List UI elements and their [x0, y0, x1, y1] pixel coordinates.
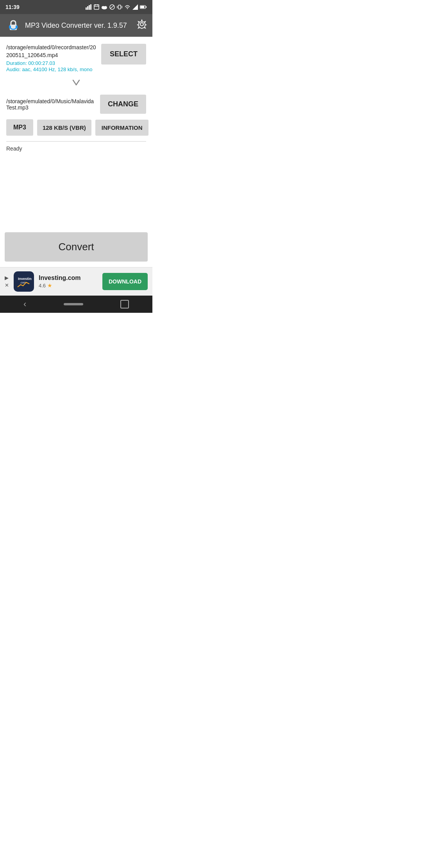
notification-icon [94, 4, 99, 10]
spacer [0, 152, 152, 227]
ad-rating: 4.6 ★ [39, 282, 98, 289]
vibrate-icon [117, 4, 122, 10]
format-button[interactable]: MP3 [6, 119, 33, 136]
bitrate-button[interactable]: 128 KB/S (VBR) [37, 120, 91, 136]
ad-app-name: Investing.com [39, 274, 98, 282]
source-file-audio: Audio: aac, 44100 Hz, 128 kb/s, mono [6, 66, 97, 72]
no-ads-icon [109, 4, 115, 10]
svg-rect-24 [16, 25, 18, 29]
ad-banner[interactable]: ▶ ✕ Investing .com Investing.com 4.6 ★ [0, 267, 152, 296]
nav-home-indicator[interactable] [64, 303, 83, 305]
svg-rect-20 [141, 6, 145, 8]
ad-play-icon: ▶ [5, 275, 9, 281]
convert-area: Convert [0, 227, 152, 267]
options-row: MP3 128 KB/S (VBR) INFORMATION [6, 119, 146, 136]
ad-close-icon[interactable]: ✕ [5, 282, 9, 288]
nav-bar: ‹ [0, 296, 152, 313]
ad-info: Investing.com 4.6 ★ [39, 274, 98, 289]
select-button[interactable]: SELECT [101, 44, 146, 65]
change-button[interactable]: CHANGE [100, 95, 146, 114]
ad-left-icons: ▶ ✕ [5, 275, 9, 288]
signal-bars-icon [86, 4, 92, 10]
svg-rect-1 [87, 6, 88, 10]
content-area: /storage/emulated/0/recordmaster/2020051… [0, 37, 152, 313]
ad-download-button[interactable]: DOWNLOAD [102, 273, 148, 290]
wifi-icon [124, 5, 131, 9]
svg-point-16 [127, 8, 128, 9]
arrow-container [6, 74, 146, 95]
source-file-row: /storage/emulated/0/recordmaster/2020051… [6, 44, 146, 72]
svg-point-25 [140, 23, 143, 26]
svg-rect-19 [146, 6, 147, 8]
output-file-row: /storage/emulated/0/Music/MalavidaTest.m… [6, 95, 146, 114]
arrow-down-icon [70, 77, 82, 91]
nav-back-button[interactable]: ‹ [23, 299, 26, 309]
svg-rect-4 [94, 5, 99, 9]
status-bar: 11:39 [0, 0, 152, 14]
cloud-icon [101, 5, 107, 9]
svg-rect-0 [86, 7, 87, 10]
svg-rect-13 [118, 5, 121, 9]
source-file-duration: Duration: 00:00:27.03 [6, 60, 97, 66]
svg-rect-3 [90, 4, 91, 10]
ad-rating-value: 4.6 [39, 283, 46, 289]
source-file-info: /storage/emulated/0/recordmaster/2020051… [6, 44, 101, 72]
app-title: MP3 Video Converter ver. 1.9.57 [25, 22, 127, 30]
battery-icon [140, 5, 147, 9]
svg-rect-23 [9, 25, 11, 29]
main-section: /storage/emulated/0/recordmaster/2020051… [0, 37, 152, 152]
svg-text:Investing: Investing [18, 277, 32, 281]
settings-icon[interactable] [137, 19, 147, 32]
divider [6, 141, 146, 142]
app-icon [5, 18, 21, 33]
output-file-path: /storage/emulated/0/Music/MalavidaTest.m… [6, 98, 100, 111]
nav-recents-button[interactable] [120, 300, 129, 308]
cell-signal-icon [132, 4, 138, 10]
status-text: Ready [6, 145, 146, 152]
app-title-group: MP3 Video Converter ver. 1.9.57 [5, 18, 127, 33]
svg-marker-17 [132, 4, 138, 10]
information-button[interactable]: INFORMATION [95, 120, 149, 136]
status-icons [86, 4, 147, 10]
title-bar: MP3 Video Converter ver. 1.9.57 [0, 14, 152, 37]
svg-line-12 [110, 5, 114, 9]
svg-point-10 [104, 6, 107, 8]
ad-app-icon: Investing .com [14, 271, 34, 292]
convert-button[interactable]: Convert [5, 232, 148, 262]
ad-star-icon: ★ [47, 282, 52, 289]
source-file-path: /storage/emulated/0/recordmaster/2020051… [6, 44, 97, 59]
svg-rect-2 [89, 5, 90, 10]
status-time: 11:39 [5, 4, 20, 10]
